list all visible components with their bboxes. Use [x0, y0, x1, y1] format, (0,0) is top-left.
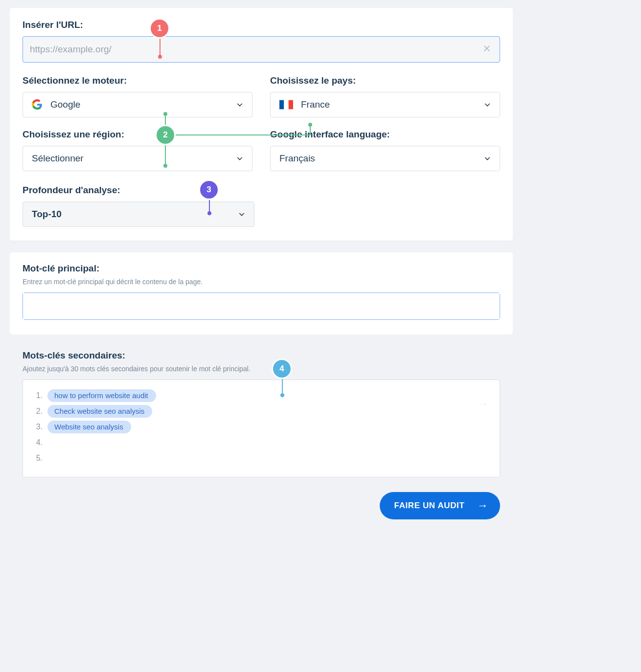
keyword-row-2: 2. Check website seo analysis: [34, 403, 489, 419]
svg-rect-13: [279, 100, 284, 110]
keyword-row-5: 5.: [34, 450, 489, 466]
keyword-row-4: 4.: [34, 435, 489, 450]
arrow-right-icon: →: [478, 398, 489, 410]
google-icon: [32, 99, 43, 110]
secondary-keywords-box[interactable]: 1. how to perform website audit 2. Check…: [23, 380, 500, 477]
keyword-row-1: 1. how to perform website audit: [34, 388, 489, 403]
country-value: France: [301, 99, 484, 110]
secondary-label: Mots-clés secondaires:: [23, 350, 500, 361]
keyword-tag[interactable]: Check website seo analysis: [47, 405, 152, 418]
ilang-value: Français: [279, 153, 484, 164]
settings-card: Insérer l'URL: Sélectionnez le moteur:: [10, 8, 513, 241]
primary-hint: Entrez un mot-clé principal qui décrit l…: [23, 278, 500, 286]
region-value: Sélectionner: [32, 153, 236, 164]
region-label: Choisissez une région:: [23, 129, 252, 140]
keyword-num: 1.: [34, 391, 43, 400]
settings-grid: Sélectionnez le moteur: Google: [23, 75, 500, 171]
depth-value: Top-10: [32, 209, 238, 220]
primary-label: Mot-clé principal:: [23, 263, 500, 274]
chevron-down-icon: [238, 211, 245, 218]
annotation-marker-2: 2: [157, 126, 174, 144]
url-input-wrap[interactable]: [23, 36, 500, 63]
ilang-label: Google interface language:: [270, 129, 500, 140]
annotation-marker-1: 1: [151, 20, 168, 37]
svg-rect-14: [284, 100, 288, 110]
page-root: 1 2 3 4 Insérer l'URL:: [0, 0, 523, 534]
keyword-num: 5.: [34, 454, 43, 463]
country-label: Choisissez le pays:: [270, 75, 500, 86]
engine-label: Sélectionnez le moteur:: [23, 75, 252, 86]
france-flag-icon: [279, 100, 293, 110]
clear-icon[interactable]: [481, 43, 493, 57]
primary-keyword-card: Mot-clé principal: Entrez un mot-clé pri…: [10, 252, 513, 335]
keyword-row-3: 3. Website seo analysis: [34, 419, 489, 435]
url-input[interactable]: [30, 37, 481, 62]
arrow-right-icon: →: [477, 499, 488, 512]
chevron-down-icon: [236, 155, 243, 162]
secondary-hint: Ajoutez jusqu'à 30 mots clés secondaires…: [23, 365, 500, 373]
keyword-num: 4.: [34, 438, 43, 447]
annotation-marker-3: 3: [200, 181, 218, 199]
engine-select[interactable]: Google: [23, 92, 252, 117]
primary-input-wrap[interactable]: [23, 292, 500, 320]
keyword-num: 3.: [34, 423, 43, 431]
ilang-select[interactable]: Français: [270, 146, 500, 171]
keyword-num: 2.: [34, 407, 43, 416]
keyword-tag[interactable]: Website seo analysis: [47, 421, 131, 433]
country-select[interactable]: France: [270, 92, 500, 117]
annotation-marker-4: 4: [273, 360, 291, 378]
url-label: Insérer l'URL:: [23, 20, 500, 30]
secondary-keywords-section: Mots-clés secondaires: Ajoutez jusqu'à 3…: [10, 348, 513, 519]
cta-label: FAIRE UN AUDIT: [394, 501, 465, 511]
svg-rect-15: [289, 100, 293, 110]
engine-value: Google: [50, 99, 236, 110]
chevron-down-icon: [236, 101, 243, 108]
run-audit-button[interactable]: FAIRE UN AUDIT →: [380, 492, 500, 519]
keyword-tag[interactable]: how to perform website audit: [47, 389, 156, 402]
depth-select[interactable]: Top-10: [23, 202, 254, 227]
primary-input[interactable]: [23, 293, 500, 319]
depth-label: Profondeur d'analyse:: [23, 185, 254, 196]
chevron-down-icon: [484, 155, 491, 162]
chevron-down-icon: [484, 101, 491, 108]
region-select[interactable]: Sélectionner: [23, 146, 252, 171]
